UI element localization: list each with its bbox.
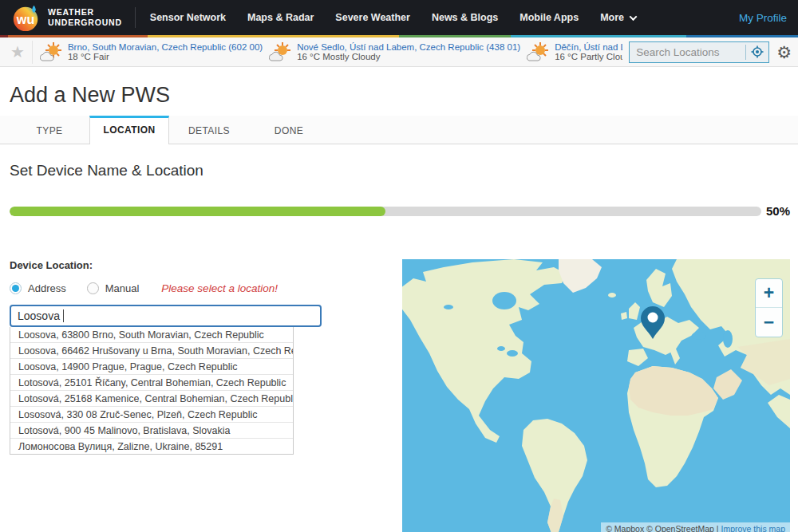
nav-divider [135,7,136,28]
nav-item-severe-weather[interactable]: Severe Weather [335,12,410,23]
suggestion-item[interactable]: Lososová, 330 08 Zruč-Senec, Plzeň, Czec… [10,407,293,423]
favorites-divider [32,41,33,64]
progress-row: 50% [10,204,790,218]
station-status: 16 °C Partly Cloudy [555,52,622,61]
suggestion-item[interactable]: Loosova, 14900 Prague, Prague, Czech Rep… [10,359,293,375]
device-location-form: Device Location: Address Manual Please s… [10,259,402,532]
station-title[interactable]: Brno, South Moravian, Czech Republic (60… [68,42,263,52]
tab-type[interactable]: TYPE [10,118,89,144]
favorite-station-brno[interactable]: Brno, South Moravian, Czech Republic (60… [40,41,263,62]
radio-address-label[interactable]: Address [28,282,66,294]
progress-label: 50% [761,204,790,218]
brand-color-strip [0,35,798,37]
zoom-in-button[interactable]: + [756,279,782,308]
world-map [402,259,790,532]
map-zoom-controls: + − [755,278,783,337]
chevron-down-icon [630,13,638,21]
favorites-bar: ★ Brno, South Moravian, Czech Republic (… [0,37,798,67]
osm-attribution-link[interactable]: © OpenStreetMap [646,524,714,532]
sun-cloud-icon [40,41,64,62]
suggestion-item[interactable]: Loosova, 63800 Brno, South Moravian, Cze… [10,327,293,343]
search-divider [745,45,746,60]
map[interactable]: + − © Mapbox © OpenStreetMap | Improve t… [402,259,790,532]
station-title[interactable]: Děčín, Ústí nad Labem, Czech Republic (4… [555,42,622,52]
location-search-box [629,41,769,63]
search-locations-input[interactable] [630,46,745,58]
sun-cloud-icon [269,41,293,62]
radio-manual[interactable] [87,282,99,294]
station-title[interactable]: Nové Sedlo, Ústí nad Labem, Czech Republ… [297,42,520,52]
top-nav: wu WEATHER UNDERGROUND Sensor Network Ma… [0,0,798,35]
brand-wordmark[interactable]: WEATHER UNDERGROUND [48,7,122,28]
my-profile-link[interactable]: My Profile [739,12,787,24]
page-title: Add a New PWS [10,67,790,116]
suggestion-item[interactable]: Lotosová, 900 45 Malinovo, Bratislava, S… [10,423,293,439]
radio-manual-label[interactable]: Manual [105,282,140,294]
nav-item-sensor-network[interactable]: Sensor Network [150,12,226,23]
suggestion-item[interactable]: Ломоносова Вулиця, Zalizne, Ukraine, 852… [10,439,293,454]
station-status: 16 °C Mostly Cloudy [297,52,520,61]
suggestion-item[interactable]: Loosova, 66462 Hrušovany u Brna, South M… [10,343,293,359]
main-content: Add a New PWS TYPE LOCATION DETAILS DONE… [0,67,798,532]
tab-details[interactable]: DETAILS [169,118,249,144]
text-caret [63,309,64,322]
star-icon[interactable]: ★ [10,42,25,61]
validation-error: Please select a location! [161,282,278,294]
sun-cloud-icon [527,41,551,62]
favorite-station-decin[interactable]: Děčín, Ústí nad Labem, Czech Republic (4… [527,41,622,62]
zoom-out-button[interactable]: − [756,308,782,337]
svg-text:wu: wu [16,12,34,26]
wu-logo-icon[interactable]: wu [11,2,41,33]
device-location-label: Device Location: [10,259,402,271]
tab-done[interactable]: DONE [249,118,329,144]
progress-fill [10,207,385,216]
suggestion-item[interactable]: Lotosová, 25101 Říčany, Central Bohemian… [10,375,293,391]
section-title: Set Device Name & Location [10,162,790,179]
location-address-input[interactable]: Loosova [10,305,322,327]
mapbox-attribution-link[interactable]: © Mapbox [606,524,644,532]
map-attribution: © Mapbox © OpenStreetMap | Improve this … [601,522,790,532]
wizard-tabs: TYPE LOCATION DETAILS DONE [0,116,798,144]
nav-item-more[interactable]: More [600,12,636,23]
improve-map-link[interactable]: Improve this map [721,524,785,532]
nav-item-news-blogs[interactable]: News & Blogs [432,12,498,23]
radio-address[interactable] [10,282,22,294]
nav-item-maps-radar[interactable]: Maps & Radar [247,12,314,23]
nav-item-mobile-apps[interactable]: Mobile Apps [519,12,579,23]
geolocate-icon[interactable] [751,45,764,58]
station-status: 18 °C Fair [68,52,263,61]
location-mode-radios: Address Manual Please select a location! [10,282,402,294]
progress-track [10,207,761,216]
tab-location[interactable]: LOCATION [89,116,169,144]
autocomplete-dropdown: Loosova, 63800 Brno, South Moravian, Cze… [10,327,294,455]
suggestion-item[interactable]: Lotosová, 25168 Kamenice, Central Bohemi… [10,391,293,407]
favorite-station-nove-sedlo[interactable]: Nové Sedlo, Ústí nad Labem, Czech Republ… [269,41,520,62]
gear-icon[interactable]: ⚙ [776,44,792,61]
